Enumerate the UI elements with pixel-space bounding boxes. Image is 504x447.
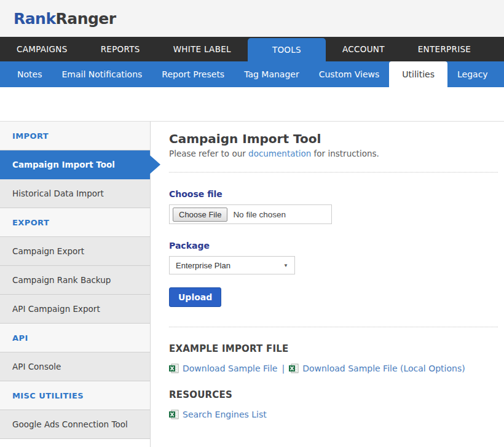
example-import-file-heading: EXAMPLE IMPORT FILE xyxy=(169,343,498,354)
chevron-down-icon: ▼ xyxy=(283,263,288,268)
nav-account[interactable]: ACCOUNT xyxy=(326,37,401,61)
sidebar-item-google-ads-connection-tool[interactable]: Google Ads Connection Tool xyxy=(0,410,150,439)
choose-file-label: Choose file xyxy=(169,189,498,199)
sidebar-item-campaign-rank-backup[interactable]: Campaign Rank Backup xyxy=(0,266,150,295)
main-panel: Campaign Import Tool Please refer to our… xyxy=(151,122,504,447)
sidebar-header-export: EXPORT xyxy=(0,208,150,237)
divider-top xyxy=(169,172,498,173)
search-engines-list-label: Search Engines List xyxy=(183,410,267,419)
nav-campaigns[interactable]: CAMPAIGNS xyxy=(0,37,84,61)
top-header: RankRanger xyxy=(0,0,504,37)
nav-reports[interactable]: REPORTS xyxy=(84,37,157,61)
search-engines-list-link[interactable]: Search Engines List xyxy=(169,410,267,419)
page-title: Campaign Import Tool xyxy=(169,131,498,146)
choose-file-button[interactable]: Choose File xyxy=(173,208,227,222)
subnav-utilities[interactable]: Utilities xyxy=(389,61,447,87)
subnav-custom-views[interactable]: Custom Views xyxy=(309,61,390,87)
download-sample-file-link[interactable]: Download Sample File xyxy=(169,363,277,373)
nav-enterprise[interactable]: ENTERPRISE xyxy=(401,37,487,61)
sidebar-header-misc-utilities: MISC UTILITIES xyxy=(0,381,150,410)
subnav-notes[interactable]: Notes xyxy=(7,61,52,87)
resources-links: Search Engines List xyxy=(169,410,498,419)
sidebar-header-import: IMPORT xyxy=(0,122,150,150)
file-status-text: No file chosen xyxy=(233,210,286,219)
subnav-legacy[interactable]: Legacy xyxy=(447,61,498,87)
download-sample-file-local-options-link[interactable]: Download Sample File (Local Options) xyxy=(289,363,465,373)
divider-bottom xyxy=(169,327,498,327)
primary-nav: CAMPAIGNS REPORTS WHITE LABEL TOOLS ACCO… xyxy=(0,37,504,61)
excel-file-icon xyxy=(169,363,179,373)
link-separator: | xyxy=(282,363,285,373)
sidebar-item-campaign-export[interactable]: Campaign Export xyxy=(0,237,150,266)
intro-prefix: Please refer to our xyxy=(169,149,248,158)
file-input[interactable]: Choose File No file chosen xyxy=(169,204,332,224)
documentation-link[interactable]: documentation xyxy=(248,149,311,158)
utilities-sidebar: IMPORT Campaign Import Tool Historical D… xyxy=(0,122,151,447)
sample-file-links: Download Sample File | Download Sample F… xyxy=(169,363,498,373)
sidebar-item-historical-data-import[interactable]: Historical Data Import xyxy=(0,179,150,208)
excel-file-icon xyxy=(289,363,299,373)
subnav-tag-manager[interactable]: Tag Manager xyxy=(234,61,309,87)
upload-button[interactable]: Upload xyxy=(169,287,221,307)
logo-part-ranger: Ranger xyxy=(56,10,116,28)
download-sample-file-local-options-label: Download Sample File (Local Options) xyxy=(302,363,465,373)
excel-file-icon xyxy=(169,410,179,419)
secondary-nav: Notes Email Notifications Report Presets… xyxy=(0,61,504,87)
download-sample-file-label: Download Sample File xyxy=(183,363,277,373)
logo-part-rank: Rank xyxy=(14,10,56,28)
package-select[interactable]: Enterprise Plan ▼ xyxy=(169,256,295,274)
rankranger-logo[interactable]: RankRanger xyxy=(14,10,116,28)
sidebar-item-api-campaign-export[interactable]: API Campaign Export xyxy=(0,295,150,324)
package-selected-value: Enterprise Plan xyxy=(176,261,230,270)
subnav-email-notifications[interactable]: Email Notifications xyxy=(52,61,152,87)
sidebar-item-api-console[interactable]: API Console xyxy=(0,352,150,381)
sidebar-item-campaign-import-tool[interactable]: Campaign Import Tool xyxy=(0,150,150,179)
nav-tools[interactable]: TOOLS xyxy=(248,38,326,61)
content-area: IMPORT Campaign Import Tool Historical D… xyxy=(0,121,504,447)
nav-white-label[interactable]: WHITE LABEL xyxy=(157,37,248,61)
intro-text: Please refer to our documentation for in… xyxy=(169,149,498,158)
package-label: Package xyxy=(169,241,498,251)
subnav-report-presets[interactable]: Report Presets xyxy=(152,61,234,87)
resources-heading: RESOURCES xyxy=(169,389,498,400)
sidebar-header-api: API xyxy=(0,324,150,352)
intro-suffix: for instructions. xyxy=(311,149,379,158)
header-content-gap xyxy=(0,87,504,121)
